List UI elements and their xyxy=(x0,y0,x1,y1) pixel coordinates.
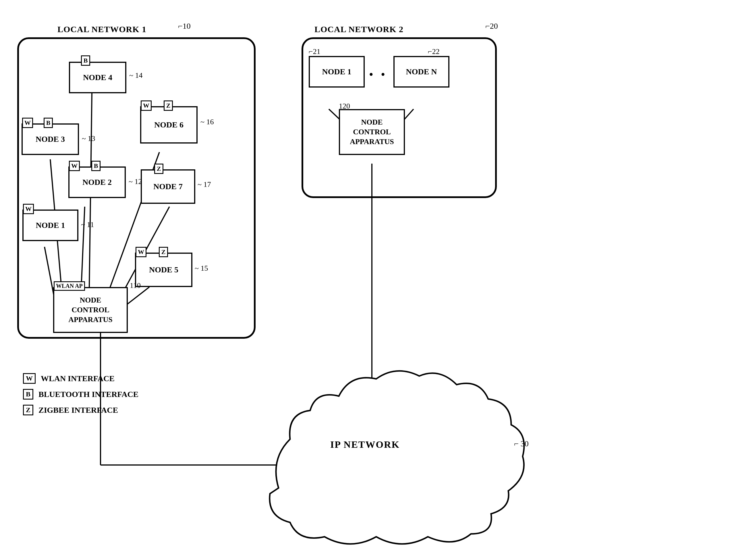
node7-ref: ~ 17 xyxy=(197,180,211,189)
legend-item-w: W WLAN INTERFACE xyxy=(23,373,138,384)
node4-ref: ~ 14 xyxy=(129,71,143,80)
node3-label: NODE 3 xyxy=(36,134,65,144)
legend-item-b: B BLUETOOTH INTERFACE xyxy=(23,389,138,400)
node4-badge-b: B xyxy=(81,55,90,66)
legend-text-w: WLAN INTERFACE xyxy=(41,374,115,383)
node2-badge-b: B xyxy=(91,161,100,171)
nca1-label: NODE CONTROL APPARATUS xyxy=(68,295,113,324)
node6-box: NODE 6 xyxy=(140,106,197,144)
legend-badge-w: W xyxy=(23,373,36,384)
node5-badge-z: Z xyxy=(159,247,168,257)
node5-badge-w: W xyxy=(135,247,146,257)
nca2-label: NODE CONTROL APPARATUS xyxy=(350,117,394,146)
node5-label: NODE 5 xyxy=(149,265,178,275)
node7-label: NODE 7 xyxy=(153,181,183,192)
ln2-node1-ref: ⌐21 xyxy=(309,47,320,56)
node1-badge-w: W xyxy=(23,204,34,214)
ip-network-label: IP NETWORK xyxy=(330,439,400,450)
nca2-ref: 120 xyxy=(339,102,350,111)
node2-ref: ~ 12 xyxy=(129,177,142,186)
legend: W WLAN INTERFACE B BLUETOOTH INTERFACE Z… xyxy=(23,373,138,421)
nca1-box: NODE CONTROL APPARATUS xyxy=(53,287,128,333)
legend-text-z: ZIGBEE INTERFACE xyxy=(38,406,118,415)
node3-box: NODE 3 xyxy=(22,123,79,155)
local-network-1-ref: ⌐10 xyxy=(178,22,191,31)
node1-label: NODE 1 xyxy=(36,220,65,230)
ln2-node1-label: NODE 1 xyxy=(322,67,351,77)
local-network-2-label: LOCAL NETWORK 2 xyxy=(314,24,404,34)
node3-badge-w: W xyxy=(22,118,33,128)
legend-badge-b: B xyxy=(23,389,33,400)
local-network-1-label: LOCAL NETWORK 1 xyxy=(57,24,146,34)
node2-label: NODE 2 xyxy=(82,177,112,187)
node1-box: NODE 1 xyxy=(22,210,78,241)
node5-ref: ~ 15 xyxy=(195,264,208,273)
node4-label: NODE 4 xyxy=(83,72,112,83)
node1-ref: ~ 11 xyxy=(81,220,94,229)
legend-badge-z: Z xyxy=(23,405,33,415)
node6-label: NODE 6 xyxy=(154,120,183,130)
node7-box: NODE 7 xyxy=(141,169,195,204)
node2-box: NODE 2 xyxy=(68,166,126,198)
legend-item-z: Z ZIGBEE INTERFACE xyxy=(23,405,138,415)
ln2-nodeN-box: NODE N xyxy=(394,56,450,88)
ip-network-cloud xyxy=(270,371,524,544)
ln2-node1-box: NODE 1 xyxy=(309,56,365,88)
nca2-box: NODE CONTROL APPARATUS xyxy=(339,109,405,155)
node6-badge-w: W xyxy=(141,100,152,111)
ip-network-ref: ⌐ 30 xyxy=(514,439,529,448)
legend-text-b: BLUETOOTH INTERFACE xyxy=(38,390,138,399)
diagram-container: LOCAL NETWORK 1 ⌐10 LOCAL NETWORK 2 ⌐20 … xyxy=(0,0,732,560)
local-network-2-ref: ⌐20 xyxy=(485,22,498,31)
node6-badge-z: Z xyxy=(164,100,173,111)
node3-ref: ~ 13 xyxy=(82,134,95,143)
node7-badge-z: Z xyxy=(154,164,163,174)
nca1-badge-wlanap: WLAN AP xyxy=(54,281,85,291)
node5-box: NODE 5 xyxy=(135,253,192,287)
nca1-ref: 110 xyxy=(130,281,141,290)
node2-badge-w: W xyxy=(69,161,80,171)
node6-ref: ~ 16 xyxy=(200,118,214,126)
ln2-nodeN-label: NODE N xyxy=(406,67,437,77)
node4-box: NODE 4 xyxy=(69,62,126,93)
ln2-nodeN-ref: ⌐22 xyxy=(428,47,440,56)
node3-badge-b: B xyxy=(44,118,53,128)
